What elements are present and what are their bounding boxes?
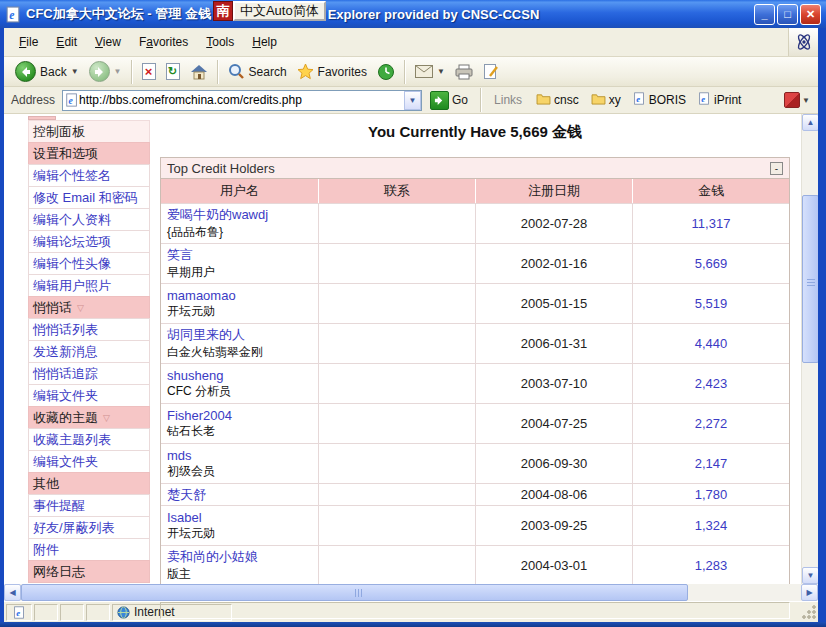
contact-cell [318, 444, 475, 483]
sidebar-link[interactable]: 编辑文件夹 [28, 450, 150, 473]
sidebar-link[interactable]: 发送新消息 [28, 340, 150, 363]
menu-favorites[interactable]: Favorites [130, 32, 197, 52]
forward-button[interactable]: ▼ [84, 59, 127, 85]
back-button[interactable]: Back ▼ [10, 59, 84, 85]
credits-value-link[interactable]: 5,519 [695, 296, 728, 311]
collapse-button[interactable]: - [770, 162, 783, 175]
username-link[interactable]: Isabel [167, 510, 318, 525]
credits-value-link[interactable]: 2,423 [695, 376, 728, 391]
sidebar-link[interactable]: 好友/屏蔽列表 [28, 516, 150, 539]
sidebar-link[interactable]: 编辑论坛选项 [28, 230, 150, 253]
edit-button[interactable] [478, 59, 504, 85]
sidebar-section-header: 控制面板 [28, 120, 150, 143]
menu-view[interactable]: View [86, 32, 130, 52]
address-dropdown-icon[interactable]: ▼ [404, 91, 421, 110]
refresh-button[interactable]: ↻ [161, 59, 185, 85]
links-item-xy[interactable]: xy [585, 92, 627, 108]
back-dropdown-icon[interactable]: ▼ [71, 67, 79, 76]
sidebar-item-label: 编辑文件夹 [33, 453, 98, 471]
search-button[interactable]: Search [223, 59, 292, 85]
mail-button[interactable]: ▼ [410, 59, 450, 85]
sidebar-link[interactable]: 修改 Email 和密码 [28, 186, 150, 209]
addressbar-plugin-button[interactable]: ▼ [784, 92, 814, 108]
scroll-up-icon[interactable]: ▲ [802, 114, 818, 131]
sidebar-link[interactable]: 编辑文件夹 [28, 384, 150, 407]
chevron-down-icon[interactable]: ▽ [103, 413, 110, 423]
username-link[interactable]: 胡同里来的人 [167, 326, 318, 344]
ime-indicator[interactable]: 南 中文Auto简体 [213, 1, 326, 21]
menu-file[interactable]: File [10, 32, 47, 52]
user-title: 开坛元勋 [167, 525, 318, 542]
sidebar-item-label: 悄悄话列表 [33, 321, 98, 339]
username-cell: Isabel开坛元勋 [161, 506, 318, 545]
go-label: Go [452, 93, 468, 107]
mail-dropdown-icon[interactable]: ▼ [437, 67, 445, 76]
username-link[interactable]: 笑言 [167, 246, 318, 264]
horizontal-scroll-thumb[interactable] [21, 584, 688, 601]
credits-value-link[interactable]: 2,147 [695, 456, 728, 471]
history-button[interactable] [372, 59, 400, 85]
home-button[interactable] [185, 59, 213, 85]
sidebar-link[interactable]: 编辑个性签名 [28, 164, 150, 187]
username-link[interactable]: 爱喝牛奶的wawdj [167, 206, 318, 224]
forward-dropdown-icon[interactable]: ▼ [114, 67, 122, 76]
minimize-button[interactable]: _ [754, 4, 775, 25]
credits-value-link[interactable]: 5,669 [695, 256, 728, 271]
links-item-cnsc[interactable]: cnsc [530, 92, 585, 108]
menu-help[interactable]: Help [243, 32, 286, 52]
credits-value-link[interactable]: 11,317 [692, 216, 731, 231]
favorites-star-icon [297, 63, 314, 80]
credits-value-link[interactable]: 1,780 [695, 487, 728, 502]
ime-mode-label[interactable]: 中文Auto简体 [233, 1, 326, 21]
favorites-button[interactable]: Favorites [292, 59, 372, 85]
menu-tools[interactable]: Tools [197, 32, 243, 52]
username-link[interactable]: 卖和尚的小姑娘 [167, 548, 318, 566]
plugin-icon [784, 92, 800, 108]
username-link[interactable]: shusheng [167, 368, 318, 383]
resize-grip[interactable] [802, 605, 816, 619]
table-row: 胡同里来的人白金火钻翡翠金刚2006-01-314,440 [161, 323, 789, 363]
registered-date-cell: 2004-03-01 [475, 546, 632, 584]
sidebar-link[interactable]: 编辑用户照片 [28, 274, 150, 297]
vertical-scrollbar[interactable]: ▲ ▼ [801, 114, 818, 584]
links-item-boris[interactable]: eBORIS [627, 92, 692, 108]
user-title: {品品布鲁} [167, 224, 318, 241]
username-link[interactable]: Fisher2004 [167, 408, 318, 423]
address-field[interactable]: e ▼ [62, 90, 422, 111]
go-button[interactable]: Go [426, 91, 472, 110]
address-input[interactable] [79, 92, 404, 109]
sidebar-link[interactable]: 悄悄话列表 [28, 318, 150, 341]
sidebar-link[interactable]: 收藏主题列表 [28, 428, 150, 451]
username-link[interactable]: 楚天舒 [167, 486, 318, 504]
horizontal-scrollbar[interactable]: ◀ ▶ [4, 584, 818, 601]
credits-value-link[interactable]: 4,440 [695, 336, 728, 351]
username-link[interactable]: mamaomao [167, 288, 318, 303]
menu-bar: FileEditViewFavoritesToolsHelp [4, 28, 818, 57]
scroll-down-icon[interactable]: ▼ [802, 567, 818, 584]
sidebar-link[interactable]: 编辑个人资料 [28, 208, 150, 231]
maximize-button[interactable]: □ [777, 4, 798, 25]
sidebar-link[interactable]: 编辑个性头像 [28, 252, 150, 275]
close-button[interactable]: ✕ [800, 4, 821, 25]
scroll-left-icon[interactable]: ◀ [4, 584, 21, 601]
stop-button[interactable]: × [137, 59, 161, 85]
credits-value-link[interactable]: 1,283 [695, 558, 728, 573]
menu-edit[interactable]: Edit [47, 32, 86, 52]
sidebar-link[interactable]: 事件提醒 [28, 494, 150, 517]
sidebar-item-label: 编辑用户照片 [33, 277, 111, 295]
scroll-right-icon[interactable]: ▶ [801, 584, 818, 601]
ime-lang-icon[interactable]: 南 [213, 1, 233, 21]
sidebar-link[interactable]: 附件 [28, 538, 150, 561]
credits-value-link[interactable]: 1,324 [695, 518, 728, 533]
chevron-down-icon[interactable]: ▽ [77, 303, 84, 313]
print-button[interactable] [450, 59, 478, 85]
vertical-scroll-thumb[interactable] [802, 195, 818, 363]
credits-value-link[interactable]: 2,272 [695, 416, 728, 431]
username-cell: shushengCFC 分析员 [161, 364, 318, 403]
toolbar-separator [217, 60, 219, 84]
plugin-dropdown-icon[interactable]: ▼ [802, 96, 810, 105]
sidebar-link[interactable]: 悄悄话追踪 [28, 362, 150, 385]
username-link[interactable]: mds [167, 448, 318, 463]
table-header-row: 用户名联系注册日期金钱 [161, 179, 789, 203]
links-item-iprint[interactable]: eiPrint [692, 92, 747, 108]
